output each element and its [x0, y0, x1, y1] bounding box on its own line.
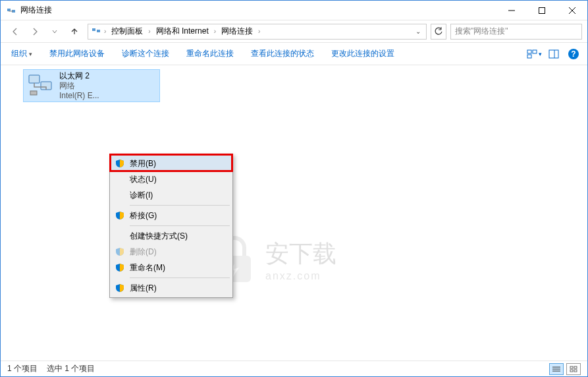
svg-rect-9	[533, 50, 537, 53]
chevron-right-icon: ›	[258, 28, 260, 35]
up-button[interactable]	[65, 23, 84, 40]
context-menu: 禁用(B) 状态(U) 诊断(I) 桥接(G) 创建快捷方式(S) 删除(D) …	[109, 154, 233, 298]
window-icon	[6, 5, 16, 16]
adapter-name: 以太网 2	[59, 71, 99, 81]
preview-pane-icon[interactable]	[545, 45, 562, 63]
menu-separator	[130, 205, 230, 206]
svg-rect-10	[527, 55, 531, 58]
svg-rect-7	[97, 30, 100, 32]
disable-device-button[interactable]: 禁用此网络设备	[44, 45, 110, 62]
command-bar: 组织 禁用此网络设备 诊断这个连接 重命名此连接 查看此连接的状态 更改此连接的…	[1, 43, 587, 65]
back-button[interactable]	[6, 23, 24, 40]
shield-icon	[115, 247, 124, 256]
menu-separator	[130, 277, 230, 278]
chevron-right-icon: ›	[214, 28, 216, 35]
title-bar: 网络连接	[1, 1, 587, 20]
svg-rect-17	[30, 91, 37, 95]
maximize-button[interactable]	[527, 1, 557, 20]
svg-rect-25	[574, 370, 577, 372]
refresh-button[interactable]	[431, 24, 446, 40]
recent-dropdown[interactable]	[45, 23, 64, 40]
breadcrumb[interactable]: 网络连接	[219, 24, 255, 38]
menu-disable[interactable]: 禁用(B)	[111, 156, 231, 171]
content-area[interactable]: 以太网 2 网络 Intel(R) E... 安下载 anxz.com 禁用(B…	[1, 65, 587, 361]
status-bar: 1 个项目 选中 1 个项目	[1, 361, 587, 376]
svg-rect-0	[7, 9, 11, 11]
shield-icon	[115, 211, 124, 220]
ethernet-icon	[26, 72, 55, 99]
close-button[interactable]	[557, 1, 587, 20]
organize-button[interactable]: 组织	[6, 45, 38, 62]
shield-icon	[115, 159, 124, 168]
watermark-text: 安下载	[265, 238, 336, 270]
network-adapter-item[interactable]: 以太网 2 网络 Intel(R) E...	[23, 69, 160, 102]
network-icon	[91, 25, 101, 38]
svg-rect-22	[570, 366, 573, 368]
selected-count: 选中 1 个项目	[47, 363, 95, 374]
menu-separator	[130, 225, 230, 226]
breadcrumb[interactable]: 控制面板	[109, 24, 146, 38]
adapter-text: 以太网 2 网络 Intel(R) E...	[59, 71, 99, 101]
forward-button[interactable]	[26, 23, 44, 40]
svg-rect-23	[574, 366, 577, 368]
item-count: 1 个项目	[7, 363, 38, 374]
adapter-network: 网络	[59, 81, 99, 91]
menu-properties[interactable]: 属性(R)	[111, 280, 231, 296]
svg-rect-6	[92, 28, 95, 31]
adapter-device: Intel(R) E...	[59, 91, 99, 101]
view-status-button[interactable]: 查看此连接的状态	[246, 45, 319, 62]
shield-icon	[115, 283, 124, 293]
rename-button[interactable]: 重命名此连接	[181, 45, 239, 62]
svg-rect-24	[570, 370, 573, 372]
window-title: 网络连接	[20, 5, 496, 16]
svg-rect-3	[539, 7, 545, 13]
watermark-url: anxz.com	[265, 270, 336, 282]
svg-rect-15	[29, 75, 40, 83]
menu-diagnose[interactable]: 诊断(I)	[111, 187, 231, 203]
large-icons-view-icon[interactable]	[566, 363, 581, 375]
navigation-bar: › 控制面板 › 网络和 Internet › 网络连接 › ⌄ 搜索"网络连接…	[1, 20, 587, 43]
breadcrumb[interactable]: 网络和 Internet	[153, 24, 211, 38]
menu-shortcut[interactable]: 创建快捷方式(S)	[111, 228, 231, 244]
menu-bridge[interactable]: 桥接(G)	[111, 208, 231, 223]
help-icon[interactable]: ?	[565, 45, 582, 63]
diagnose-button[interactable]: 诊断这个连接	[117, 45, 174, 62]
svg-text:?: ?	[571, 49, 575, 59]
chevron-right-icon: ›	[104, 28, 106, 35]
svg-rect-8	[527, 50, 531, 53]
menu-rename[interactable]: 重命名(M)	[111, 260, 231, 276]
change-settings-button[interactable]: 更改此连接的设置	[326, 45, 400, 62]
minimize-button[interactable]	[496, 1, 527, 20]
svg-rect-11	[549, 50, 558, 58]
address-bar[interactable]: › 控制面板 › 网络和 Internet › 网络连接 › ⌄	[88, 24, 427, 40]
details-view-icon[interactable]	[549, 363, 564, 375]
shield-icon	[115, 263, 124, 272]
menu-delete: 删除(D)	[111, 244, 231, 260]
view-options-icon[interactable]: ▾	[525, 45, 543, 63]
chevron-right-icon: ›	[148, 28, 150, 35]
address-dropdown[interactable]: ⌄	[413, 28, 423, 35]
menu-status[interactable]: 状态(U)	[111, 171, 231, 187]
search-input[interactable]: 搜索"网络连接"	[450, 24, 582, 40]
